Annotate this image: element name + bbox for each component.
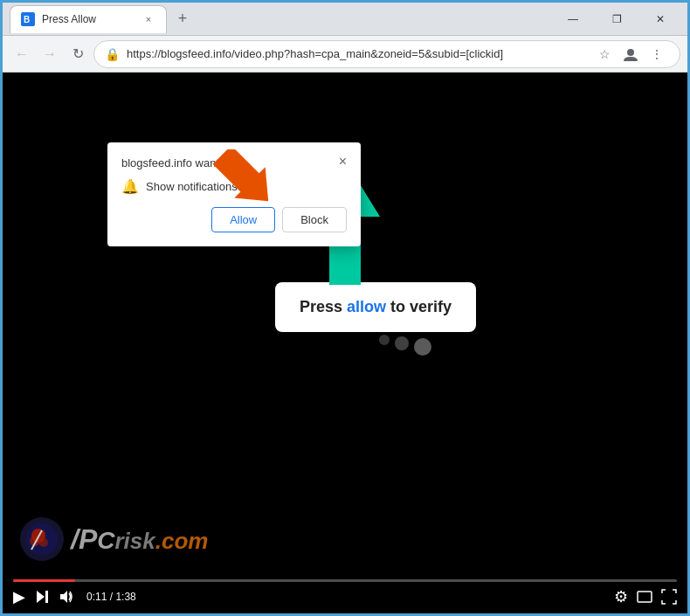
allow-button[interactable]: Allow xyxy=(211,207,275,232)
notification-popup: blogsfeed.info wants to × 🔔 Show notific… xyxy=(107,142,361,246)
svg-text:B: B xyxy=(24,15,30,24)
verify-prefix: Press xyxy=(300,298,347,315)
popup-buttons: Allow Block xyxy=(121,207,347,232)
content-area: blogsfeed.info wants to × 🔔 Show notific… xyxy=(3,73,687,613)
title-bar: B Press Allow × + — ❐ ✕ xyxy=(3,3,687,36)
svg-point-1 xyxy=(627,49,634,56)
popup-close-button[interactable]: × xyxy=(339,155,347,169)
close-button[interactable]: ✕ xyxy=(640,7,680,31)
svg-rect-11 xyxy=(45,591,48,603)
theater-button[interactable] xyxy=(637,591,652,603)
navigation-bar: ← → ↻ 🔒 https://blogsfeed.info/video.php… xyxy=(3,36,687,73)
verify-suffix: to verify xyxy=(386,298,452,315)
notification-description: Show notifications xyxy=(146,180,238,193)
right-controls: ⚙ xyxy=(614,587,677,606)
controls-row: ▶ 0:11 / 1:38 xyxy=(13,587,677,606)
popup-header: blogsfeed.info wants to × xyxy=(121,156,347,170)
settings-button[interactable]: ⚙ xyxy=(614,587,628,606)
browser-window: B Press Allow × + — ❐ ✕ ← → ↻ 🔒 https://… xyxy=(3,3,687,613)
total-time: 1:38 xyxy=(115,591,135,603)
video-controls: ▶ 0:11 / 1:38 xyxy=(3,566,687,613)
tab-bar: B Press Allow × + xyxy=(10,5,553,33)
address-actions: ☆ ⋮ xyxy=(592,42,669,66)
back-button[interactable]: ← xyxy=(10,42,34,66)
tab-close-button[interactable]: × xyxy=(141,12,155,26)
maximize-button[interactable]: ❐ xyxy=(597,7,637,31)
pcrisk-logo xyxy=(20,517,64,561)
reload-button[interactable]: ↻ xyxy=(66,42,90,66)
current-time: 0:11 xyxy=(86,591,107,603)
pcrisk-text: /PCrisk.com xyxy=(71,523,208,556)
tab-favicon: B xyxy=(21,12,35,26)
progress-bar[interactable] xyxy=(13,579,677,582)
tab-title: Press Allow xyxy=(42,13,135,25)
skip-button[interactable] xyxy=(34,589,50,605)
loading-dot-1 xyxy=(379,335,390,345)
forward-button[interactable]: → xyxy=(38,42,62,66)
new-tab-button[interactable]: + xyxy=(170,7,195,31)
loading-dot-3 xyxy=(414,338,431,356)
minimize-button[interactable]: — xyxy=(553,7,593,31)
time-display: 0:11 / 1:38 xyxy=(86,591,136,603)
svg-rect-13 xyxy=(638,592,652,602)
loading-dots xyxy=(379,335,431,356)
svg-marker-12 xyxy=(60,591,67,603)
popup-title: blogsfeed.info wants to xyxy=(121,156,238,170)
popup-notification-row: 🔔 Show notifications xyxy=(121,178,347,195)
bell-icon: 🔔 xyxy=(121,178,139,195)
menu-icon[interactable]: ⋮ xyxy=(645,42,669,66)
profile-icon[interactable] xyxy=(618,42,643,66)
progress-fill xyxy=(13,579,75,582)
play-button[interactable]: ▶ xyxy=(13,587,25,606)
url-text: https://blogsfeed.info/video.php?hash=cp… xyxy=(127,47,585,60)
pcrisk-watermark: /PCrisk.com xyxy=(20,517,208,561)
svg-point-8 xyxy=(39,538,48,547)
bookmark-icon[interactable]: ☆ xyxy=(592,42,617,66)
loading-dot-2 xyxy=(395,336,409,350)
verify-allow-word: allow xyxy=(347,298,386,315)
fullscreen-button[interactable] xyxy=(661,589,677,605)
svg-marker-10 xyxy=(37,591,45,603)
verify-box: Press allow to verify xyxy=(275,282,476,332)
active-tab[interactable]: B Press Allow × xyxy=(10,5,167,33)
volume-button[interactable] xyxy=(59,589,74,605)
address-bar[interactable]: 🔒 https://blogsfeed.info/video.php?hash=… xyxy=(93,40,680,68)
lock-icon: 🔒 xyxy=(105,47,120,61)
block-button[interactable]: Block xyxy=(282,207,347,232)
window-controls: — ❐ ✕ xyxy=(553,7,680,31)
